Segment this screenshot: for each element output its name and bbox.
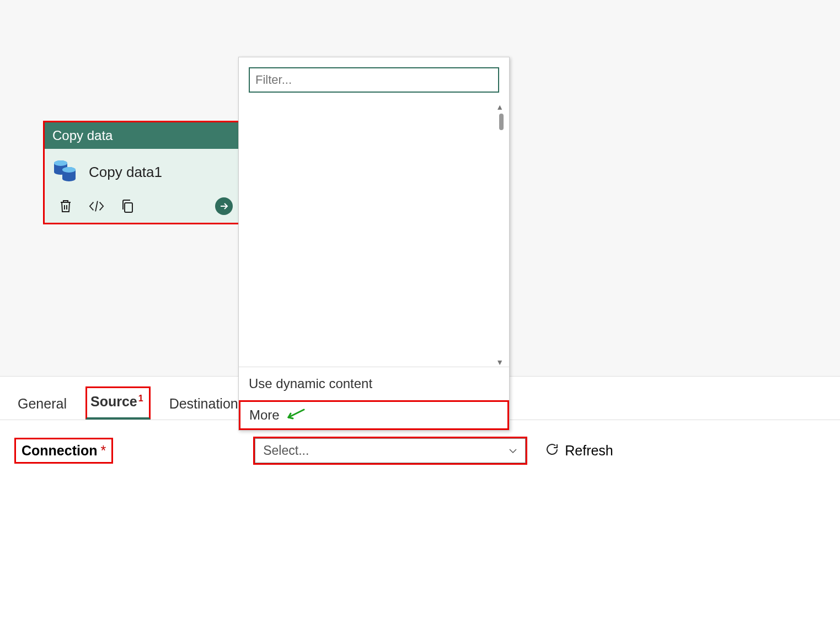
run-arrow-button[interactable] — [215, 197, 233, 215]
chevron-down-icon — [509, 446, 517, 456]
required-star: * — [101, 443, 106, 458]
connection-select-highlight: Select... — [253, 437, 527, 465]
scrollbar-thumb[interactable] — [499, 114, 504, 130]
connection-select[interactable]: Select... — [255, 438, 526, 463]
scroll-up-icon[interactable]: ▲ — [496, 103, 504, 111]
tab-source-label: Source — [90, 394, 137, 409]
copy-data-activity[interactable]: Copy data Copy data1 — [43, 121, 242, 224]
tab-source[interactable]: Source1 — [85, 386, 151, 420]
refresh-label: Refresh — [565, 443, 613, 459]
code-icon[interactable] — [89, 198, 104, 214]
tab-source-badge: 1 — [138, 394, 143, 403]
dropdown-list[interactable]: ▲ ▼ — [239, 103, 509, 367]
use-dynamic-content-item[interactable]: Use dynamic content — [239, 367, 509, 400]
activity-toolbar — [45, 192, 240, 223]
more-item[interactable]: More — [239, 400, 509, 430]
more-label: More — [249, 407, 280, 423]
copy-icon[interactable] — [120, 198, 135, 214]
connection-dropdown-popup: ▲ ▼ Use dynamic content More — [238, 57, 510, 431]
svg-rect-4 — [125, 203, 132, 212]
filter-wrap — [239, 57, 509, 103]
connection-select-placeholder: Select... — [263, 443, 309, 458]
filter-input[interactable] — [249, 67, 499, 93]
tab-destination[interactable]: Destination1 — [166, 390, 248, 420]
activity-name[interactable]: Copy data1 — [89, 164, 162, 181]
connection-label-text: Connection — [22, 443, 98, 458]
tab-general[interactable]: General — [14, 390, 70, 420]
activity-header: Copy data — [45, 122, 240, 149]
pipeline-canvas: Copy data Copy data1 — [0, 0, 840, 377]
tab-destination-label: Destination — [169, 396, 238, 411]
database-icon — [52, 158, 78, 186]
svg-point-1 — [54, 160, 67, 166]
dropdown-footer: Use dynamic content More — [239, 367, 509, 430]
connection-label: Connection* — [14, 438, 113, 464]
svg-point-3 — [62, 167, 76, 173]
scroll-down-icon[interactable]: ▼ — [496, 358, 504, 367]
refresh-button[interactable]: Refresh — [545, 442, 613, 460]
green-arrow-icon — [286, 407, 305, 423]
activity-body: Copy data1 — [45, 149, 240, 192]
trash-icon[interactable] — [58, 198, 73, 214]
refresh-icon — [545, 442, 559, 460]
